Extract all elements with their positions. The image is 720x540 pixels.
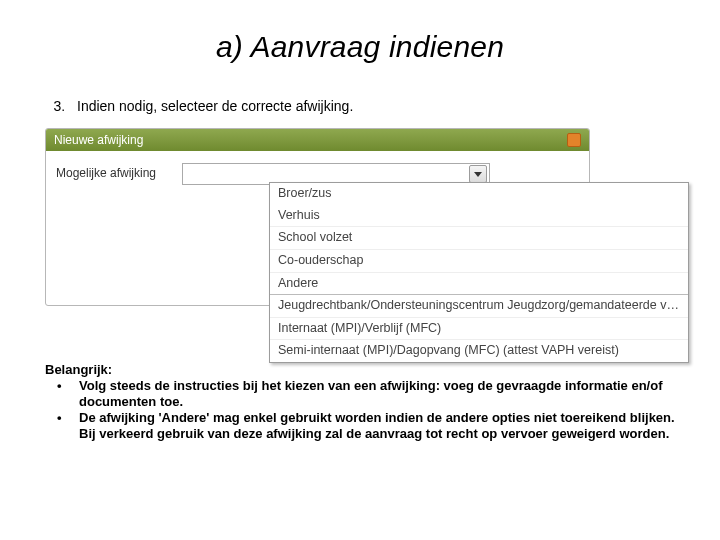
option-semi-internaat[interactable]: Semi-internaat (MPI)/Dagopvang (MFC) (at… [270,339,688,362]
field-label-mogelijke-afwijking: Mogelijke afwijking [56,163,156,180]
panel-title: Nieuwe afwijking [54,129,143,151]
dropdown-mogelijke-afwijking: Broer/zus Verhuis School volzet Co-ouder… [269,182,689,363]
footnote-1: Volg steeds de instructies bij het kieze… [75,378,675,409]
option-broer-zus[interactable]: Broer/zus [270,183,688,205]
option-school-volzet[interactable]: School volzet [270,226,688,249]
step-list: Indien nodig, selecteer de correcte afwi… [45,98,675,114]
option-jeugdrechtbank[interactable]: Jeugdrechtbank/Ondersteuningscentrum Jeu… [270,294,688,317]
option-verhuis[interactable]: Verhuis [270,205,688,227]
option-internaat-mpi[interactable]: Internaat (MPI)/Verblijf (MFC) [270,317,688,340]
footnote-2: De afwijking 'Andere' mag enkel gebruikt… [75,410,675,441]
close-icon[interactable] [567,133,581,147]
page-title: a) Aanvraag indienen [45,30,675,64]
step-3: Indien nodig, selecteer de correcte afwi… [69,98,675,114]
option-andere[interactable]: Andere [270,272,688,295]
footnotes: Belangrijk: Volg steeds de instructies b… [45,362,675,441]
option-co-ouderschap[interactable]: Co-ouderschap [270,249,688,272]
panel-header: Nieuwe afwijking [46,129,589,151]
footnotes-heading: Belangrijk: [45,362,675,377]
screenshot: Nieuwe afwijking Mogelijke afwijking Bro… [45,128,675,338]
chevron-down-icon[interactable] [469,165,487,183]
